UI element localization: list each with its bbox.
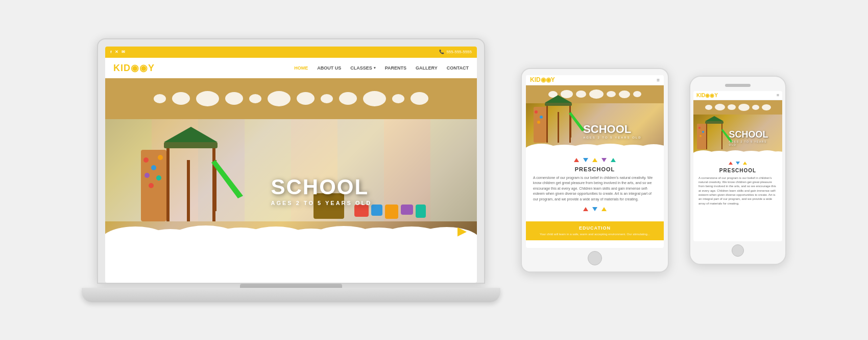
- triangle-yellow-b: [601, 207, 607, 211]
- phone-ceiling-light: [762, 104, 771, 110]
- tablet-logo: KID◉◉Y: [530, 76, 555, 83]
- svg-rect-0: [166, 145, 170, 221]
- svg-point-45: [702, 131, 704, 133]
- tablet-hero-text: SCHOOL AGES 2 TO 5 YEARS OLD: [583, 123, 641, 139]
- laptop-screen: f ✕ ✉ 📞 555-555-5555 KID◉◉Y HOME: [105, 47, 477, 283]
- triangle-yellow: [592, 158, 597, 162]
- phone-hero-title: SCHOOL: [729, 129, 774, 140]
- ceiling-light: [249, 94, 261, 103]
- phone-hero-subtitle: AGES 2 TO 5 YEARS OLD: [729, 140, 774, 146]
- nav-about[interactable]: ABOUT US: [317, 65, 341, 71]
- email-icon[interactable]: ✉: [122, 50, 125, 54]
- ceiling-light: [268, 91, 291, 106]
- svg-point-30: [535, 110, 538, 114]
- svg-rect-39: [706, 123, 707, 149]
- ceiling-light: [392, 94, 404, 103]
- tablet-yellow-title: EDUCATION: [526, 225, 664, 231]
- phone-home-button[interactable]: [732, 244, 744, 257]
- phone-ceiling-light: [752, 105, 759, 110]
- triangle-teal: [611, 158, 616, 162]
- nav-home[interactable]: HOME: [294, 65, 308, 71]
- phone-triangle-accents: [698, 162, 777, 165]
- svg-rect-25: [558, 112, 559, 143]
- hero-text-block: SCHOOL AGES 2 TO 5 YEARS OLD: [271, 176, 372, 206]
- twitter-icon[interactable]: ✕: [115, 50, 118, 54]
- ceiling-light: [363, 91, 386, 106]
- svg-point-44: [698, 127, 701, 129]
- tablet-home-button[interactable]: [588, 251, 602, 265]
- tablet-content: PRESCHOOL A cornerstone of our program i…: [526, 152, 664, 222]
- nav-contact[interactable]: CONTACT: [447, 65, 469, 71]
- phone-menu-icon[interactable]: ≡: [777, 93, 779, 98]
- svg-point-32: [537, 121, 540, 124]
- ceiling-light: [196, 91, 219, 106]
- ceiling-light: [339, 92, 357, 105]
- svg-rect-43: [697, 124, 706, 149]
- phone-triangle-yellow: [743, 162, 747, 165]
- svg-rect-41: [705, 121, 724, 124]
- svg-point-46: [700, 135, 702, 137]
- svg-point-31: [540, 116, 543, 119]
- ceiling-light: [172, 92, 190, 105]
- triangle-purple: [601, 158, 607, 162]
- classes-chevron: ▾: [374, 66, 376, 70]
- triangle-blue-b: [592, 207, 597, 211]
- phone-ceiling-light: [728, 104, 736, 110]
- svg-rect-23: [546, 104, 548, 143]
- tablet-hero: SCHOOL AGES 2 TO 5 YEARS OLD: [526, 85, 664, 152]
- svg-point-12: [149, 183, 154, 188]
- tablet-ceiling-light: [633, 91, 641, 97]
- svg-point-9: [158, 155, 163, 160]
- tablet-device: KID◉◉Y ≡: [521, 68, 669, 273]
- hero-subtitle: AGES 2 TO 5 YEARS OLD: [271, 200, 372, 206]
- svg-point-7: [143, 157, 149, 163]
- tablet-ceiling-light: [607, 91, 616, 97]
- phone-hero-text: SCHOOL AGES 2 TO 5 YEARS OLD: [729, 129, 774, 146]
- scene: f ✕ ✉ 📞 555-555-5555 KID◉◉Y HOME: [0, 0, 868, 340]
- svg-rect-40: [721, 123, 722, 149]
- site-navbar: KID◉◉Y HOME ABOUT US CLASSES ▾ PARENTS G…: [105, 58, 477, 78]
- hero-clouds: [105, 219, 477, 242]
- hero-background: SCHOOL AGES 2 TO 5 YEARS OLD: [105, 78, 477, 242]
- laptop-bezel: f ✕ ✉ 📞 555-555-5555 KID◉◉Y HOME: [97, 38, 485, 284]
- site-hero: SCHOOL AGES 2 TO 5 YEARS OLD: [105, 78, 477, 242]
- phone-speaker: [725, 84, 751, 87]
- nav-classes[interactable]: CLASSES ▾: [350, 65, 376, 71]
- phone-section-title: PRESCHOOL: [698, 168, 777, 173]
- tablet-topbar: KID◉◉Y ≡: [526, 75, 664, 85]
- ceiling-light: [411, 92, 428, 105]
- laptop-device: f ✕ ✉ 📞 555-555-5555 KID◉◉Y HOME: [82, 38, 500, 302]
- svg-rect-26: [545, 103, 572, 106]
- nav-parents[interactable]: PARENTS: [385, 65, 406, 71]
- ceiling-light: [321, 94, 333, 103]
- tablet-yellow-body: Your child will learn in a safe, warm an…: [526, 232, 664, 236]
- ceiling-light: [154, 94, 166, 103]
- phone-content: PRESCHOOL A cornerstone of our program i…: [693, 156, 782, 211]
- playground-svg: [136, 119, 269, 221]
- foam-blocks: [354, 205, 426, 219]
- phone-hero: SCHOOL AGES 2 TO 5 YEARS OLD: [693, 100, 782, 156]
- phone-topbar: KID◉◉Y ≡: [693, 91, 782, 100]
- tablet-section-body: A cornerstone of our program is our beli…: [533, 175, 657, 202]
- svg-rect-2: [187, 160, 190, 221]
- phone-hero-ceiling: [693, 100, 782, 115]
- hero-ceiling: [105, 78, 477, 119]
- phone-clouds: [693, 147, 782, 156]
- phone-triangle-red: [729, 162, 733, 165]
- phone-logo: KID◉◉Y: [696, 93, 718, 98]
- facebook-icon[interactable]: f: [110, 50, 112, 54]
- svg-marker-27: [545, 95, 572, 103]
- phone-icon: 📞: [439, 50, 444, 54]
- svg-marker-42: [705, 116, 724, 121]
- nav-gallery[interactable]: GALLERY: [416, 65, 438, 71]
- phone-ceiling-light: [705, 105, 712, 110]
- svg-marker-4: [164, 127, 218, 142]
- tablet-screen: KID◉◉Y ≡: [526, 75, 664, 248]
- phone-number: 555-555-5555: [446, 50, 472, 54]
- tablet-triangle-accents-bottom: [533, 207, 657, 211]
- phone-ceiling-light: [715, 104, 725, 110]
- tablet-triangle-accents: [533, 158, 657, 162]
- ceiling-light: [297, 92, 315, 105]
- tablet-menu-icon[interactable]: ≡: [657, 77, 660, 83]
- triangle-red-b: [583, 207, 588, 211]
